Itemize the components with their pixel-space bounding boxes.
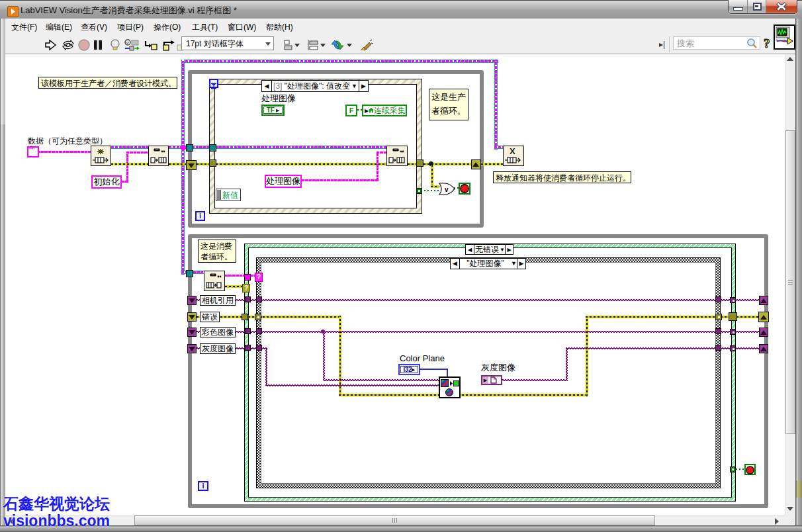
svg-text:v: v <box>445 186 449 193</box>
svg-text:P: P <box>126 41 129 45</box>
svg-text:X: X <box>510 146 515 156</box>
